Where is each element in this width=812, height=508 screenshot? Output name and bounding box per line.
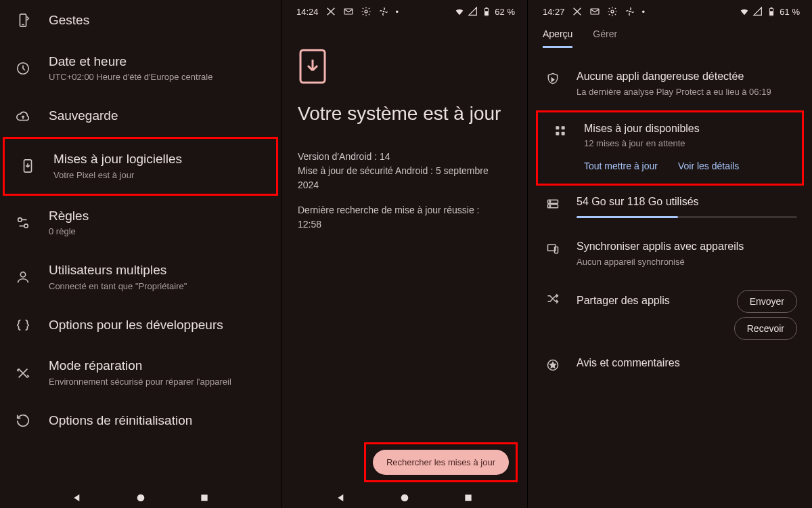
- row-date-time[interactable]: Date et heure UTC+02:00 Heure d'été d'Eu…: [0, 41, 281, 96]
- status-dot: •: [642, 7, 646, 17]
- row-sub: Aucun appareil synchronisé: [577, 257, 797, 268]
- signal-icon: [752, 6, 763, 17]
- receive-button[interactable]: Recevoir: [734, 317, 797, 340]
- highlight-software-updates: Mises à jour logicielles Votre Pixel est…: [3, 137, 278, 196]
- settings-icon: [361, 6, 371, 17]
- svg-rect-23: [556, 126, 559, 129]
- nav-recent-icon[interactable]: [198, 492, 210, 504]
- nav-recent-icon[interactable]: [462, 492, 474, 504]
- row-title: Mode réparation: [49, 358, 271, 375]
- see-details-link[interactable]: Voir les détails: [678, 161, 739, 171]
- update-all-link[interactable]: Tout mettre à jour: [584, 161, 658, 171]
- row-title: Date et heure: [49, 54, 271, 70]
- apps-grid-icon: [553, 123, 568, 138]
- row-title: Mises à jour logicielles: [53, 151, 267, 168]
- shield-icon: [545, 71, 560, 86]
- row-reviews[interactable]: Avis et commentaires: [531, 347, 809, 385]
- wifi-icon: [739, 6, 750, 17]
- row-title: Mises à jour disponibles: [584, 122, 790, 136]
- phone-vibrate-icon: [15, 12, 31, 28]
- row-software-updates[interactable]: Mises à jour logicielles Votre Pixel est…: [5, 139, 276, 194]
- svg-point-6: [137, 494, 144, 502]
- svg-rect-16: [465, 494, 471, 501]
- storage-progress-fill: [577, 216, 678, 218]
- row-repair-mode[interactable]: Mode réparation Environnement sécurisé p…: [0, 345, 281, 400]
- row-title: Utilisateurs multiples: [49, 262, 271, 279]
- navigation-bar: [0, 488, 281, 508]
- row-body: Aucune appli dangereuse détectée La dern…: [577, 70, 797, 98]
- svg-point-10: [382, 11, 384, 13]
- svg-point-5: [20, 272, 25, 277]
- svg-point-4: [24, 224, 28, 228]
- row-title: Partager des applis: [577, 294, 670, 308]
- security-patch: Mise à jour de sécurité Android : 5 sept…: [298, 164, 511, 192]
- svg-point-29: [549, 201, 551, 203]
- x-icon: [572, 6, 583, 17]
- svg-rect-13: [485, 11, 488, 15]
- last-check-time: 12:58: [298, 217, 511, 232]
- row-updates-available[interactable]: Mises à jour disponibles 12 mises à jour…: [538, 112, 802, 184]
- row-developer-options[interactable]: Options pour les développeurs: [0, 305, 281, 346]
- nav-home-icon[interactable]: [135, 492, 147, 504]
- storage-icon: [545, 196, 560, 211]
- navigation-bar: [281, 488, 527, 508]
- status-dot: •: [396, 7, 399, 17]
- row-sub: 12 mises à jour en attente: [584, 138, 790, 150]
- row-sub: 0 règle: [49, 226, 271, 238]
- user-icon: [15, 269, 31, 285]
- row-multiple-users[interactable]: Utilisateurs multiples Connecté en tant …: [0, 250, 281, 305]
- row-backup[interactable]: Sauvegarde: [0, 96, 281, 137]
- row-title: Sauvegarde: [49, 108, 271, 125]
- highlight-check-updates: Rechercher les mises à jour: [364, 442, 518, 482]
- nav-back-icon[interactable]: [335, 492, 347, 504]
- svg-point-18: [611, 10, 614, 13]
- row-texts: Options pour les développeurs: [49, 317, 271, 334]
- row-title: 54 Go sur 118 Go utilisés: [577, 195, 797, 209]
- status-battery-pct: 61 %: [780, 7, 800, 17]
- row-body: Partager des applis Envoyer: [577, 290, 797, 313]
- svg-rect-24: [562, 126, 565, 129]
- row-texts: Mode réparation Environnement sécurisé p…: [49, 358, 271, 388]
- code-braces-icon: [15, 317, 31, 333]
- system-update-screen: 14:24 • 62 % Votre système est à jour Ve…: [281, 0, 528, 508]
- status-time: 14:24: [296, 7, 319, 17]
- send-button[interactable]: Envoyer: [737, 290, 797, 313]
- row-reset-options[interactable]: Options de réinitialisation: [0, 400, 281, 442]
- update-logo-icon: [298, 47, 328, 85]
- svg-point-19: [629, 11, 631, 13]
- play-store-manage-screen: 14:27 • 61 % Aperçu Gérer Aucune appli d…: [528, 0, 812, 508]
- nav-back-icon[interactable]: [71, 492, 83, 504]
- svg-rect-22: [770, 11, 773, 15]
- svg-rect-26: [562, 131, 565, 135]
- svg-rect-25: [556, 131, 559, 135]
- row-body: Avis et commentaires: [577, 356, 797, 373]
- clock-icon: [15, 60, 31, 77]
- settings-system-screen: Gestes Date et heure UTC+02:00 Heure d'é…: [0, 0, 281, 508]
- row-texts: Sauvegarde: [49, 108, 271, 125]
- row-sync-devices[interactable]: Synchroniser applis avec appareils Aucun…: [531, 230, 809, 280]
- row-rules[interactable]: Règles 0 règle: [0, 196, 281, 251]
- svg-rect-32: [555, 247, 558, 253]
- row-share-apps: Partager des applis Envoyer: [531, 280, 809, 317]
- svg-point-3: [18, 217, 22, 221]
- row-body: Synchroniser applis avec appareils Aucun…: [577, 240, 797, 268]
- tab-manage[interactable]: Gérer: [593, 28, 617, 48]
- row-sub: Connecté en tant que "Propriétaire": [49, 281, 271, 293]
- tab-overview[interactable]: Aperçu: [543, 28, 572, 48]
- nav-home-icon[interactable]: [399, 492, 411, 504]
- system-update-icon: [20, 158, 36, 174]
- row-play-protect[interactable]: Aucune appli dangereuse détectée La dern…: [531, 60, 809, 110]
- svg-rect-12: [486, 7, 488, 8]
- row-gestures[interactable]: Gestes: [0, 0, 281, 41]
- star-badge-icon: [545, 358, 560, 373]
- android-version: Version d'Android : 14: [298, 150, 511, 164]
- highlight-updates-available: Mises à jour disponibles 12 mises à jour…: [536, 110, 804, 186]
- row-sub: La dernière analyse Play Protect a eu li…: [577, 87, 797, 98]
- battery-icon: [481, 6, 492, 17]
- wifi-icon: [454, 6, 465, 17]
- status-time: 14:27: [543, 7, 565, 17]
- row-texts: Utilisateurs multiples Connecté en tant …: [49, 262, 271, 293]
- check-updates-button[interactable]: Rechercher les mises à jour: [373, 450, 509, 475]
- row-storage[interactable]: 54 Go sur 118 Go utilisés: [531, 186, 809, 230]
- update-heading: Votre système est à jour: [298, 102, 511, 125]
